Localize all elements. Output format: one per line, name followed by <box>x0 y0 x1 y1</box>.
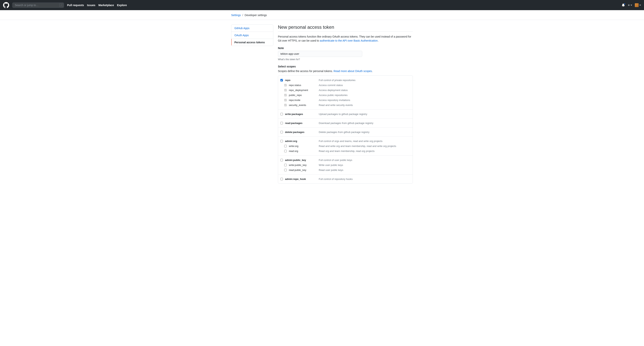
breadcrumb-sep: / <box>242 13 243 17</box>
scope-checkbox-admin_org[interactable] <box>280 140 283 142</box>
global-header: / Pull requests Issues Marketplace Explo… <box>0 0 644 10</box>
scope-checkbox-write_packages[interactable] <box>280 113 283 115</box>
scope-checkbox-public_repo <box>284 94 287 96</box>
scope-name: delete:packages <box>285 131 319 134</box>
scope-group-admin_public_key: admin:public_keyFull control of user pub… <box>278 156 413 175</box>
scope-name: read:packages <box>285 122 319 124</box>
scope-desc: Download packages from github package re… <box>319 122 410 124</box>
scope-desc: Access repository invitations <box>319 99 410 101</box>
scope-checkbox-read_packages[interactable] <box>280 122 283 124</box>
scope-checkbox-security_events <box>284 104 287 106</box>
scope-checkbox-repo-status <box>284 84 287 86</box>
scope-row: read:orgRead org and team membership, re… <box>280 148 410 153</box>
scope-name: security_events <box>289 104 319 106</box>
note-help-text: What's this token for? <box>278 58 413 61</box>
scope-row: security_eventsRead and write security e… <box>280 102 410 107</box>
scope-name: admin:org <box>285 140 319 143</box>
notifications-button[interactable] <box>622 4 625 7</box>
create-menu[interactable] <box>628 4 632 6</box>
intro-text: Personal access tokens function like ord… <box>278 35 413 43</box>
scope-desc: Full control of private repositories <box>319 79 410 82</box>
scope-row: repo_deploymentAccess deployment status <box>280 87 410 92</box>
primary-nav: Pull requests Issues Marketplace Explore <box>67 4 127 7</box>
scope-checkbox-repo_deployment <box>284 89 287 91</box>
scope-desc: Access commit status <box>319 84 410 87</box>
scope-checkbox-admin_public_key[interactable] <box>280 159 283 161</box>
note-input[interactable] <box>278 51 362 57</box>
slash-key-hint: / <box>60 3 63 7</box>
scope-row: read:packagesDownload packages from gith… <box>280 120 410 125</box>
breadcrumb-bar: Settings / Developer settings <box>0 10 644 20</box>
scope-desc: Delete packages from github package regi… <box>319 131 410 134</box>
main-column: New personal access token Personal acces… <box>278 24 413 184</box>
github-logo[interactable] <box>3 2 9 8</box>
header-right <box>622 3 641 7</box>
caret-down-icon <box>630 5 632 5</box>
sidebar-nav: GitHub Apps OAuth Apps Personal access t… <box>231 24 273 46</box>
scope-row: delete:packagesDelete packages from gith… <box>280 129 410 134</box>
scope-group-read_packages: read:packagesDownload packages from gith… <box>278 119 413 128</box>
scope-row: admin:orgFull control of orgs and teams,… <box>280 138 410 143</box>
scope-checkbox-delete_packages[interactable] <box>280 131 283 133</box>
scopes-intro-text: Scopes define the access for personal to… <box>278 69 334 73</box>
scope-desc: Read and write security events <box>319 104 410 106</box>
scope-desc: Write user public keys <box>319 164 410 166</box>
scope-desc: Upload packages to github package regist… <box>319 113 410 115</box>
scope-row: admin:public_keyFull control of user pub… <box>280 157 410 162</box>
scope-checkbox-write-org[interactable] <box>284 145 287 147</box>
scope-desc: Read org and team membership, read org p… <box>319 150 410 152</box>
scope-name: repo:invite <box>289 99 319 101</box>
scope-name: read:org <box>289 150 319 152</box>
scope-row: write:packagesUpload packages to github … <box>280 111 410 116</box>
scope-desc: Read user public keys <box>319 169 410 171</box>
scope-name: write:public_key <box>289 164 319 166</box>
scopes-list: repoFull control of private repositories… <box>278 75 413 184</box>
scopes-intro: Scopes define the access for personal to… <box>278 69 413 73</box>
scope-row: admin:repo_hookFull control of repositor… <box>280 176 410 181</box>
scope-group-admin_repo_hook: admin:repo_hookFull control of repositor… <box>278 175 413 183</box>
note-label: Note <box>278 46 413 50</box>
scope-group-repo: repoFull control of private repositories… <box>278 76 413 110</box>
scope-checkbox-admin_repo_hook[interactable] <box>280 178 283 180</box>
scope-desc: Full control of orgs and teams, read and… <box>319 140 410 143</box>
nav-explore[interactable]: Explore <box>117 4 127 7</box>
scope-checkbox-repo-invite <box>284 99 287 101</box>
scopes-intro-end: . <box>372 69 372 73</box>
scope-row: repoFull control of private repositories <box>280 78 410 83</box>
nav-marketplace[interactable]: Marketplace <box>98 4 114 7</box>
scope-desc: Full control of user public keys <box>319 159 410 161</box>
scope-name: write:packages <box>285 113 319 115</box>
sidebar-item-oauth-apps[interactable]: OAuth Apps <box>231 32 273 39</box>
scope-row: repo:inviteAccess repository invitations <box>280 97 410 102</box>
scope-row: write:orgRead and write org and team mem… <box>280 143 410 148</box>
scope-checkbox-repo[interactable] <box>280 79 283 81</box>
scope-checkbox-read-org[interactable] <box>284 150 287 152</box>
nav-pull-requests[interactable]: Pull requests <box>67 4 84 7</box>
page-wrap: GitHub Apps OAuth Apps Personal access t… <box>228 20 416 188</box>
scope-checkbox-read-public_key[interactable] <box>284 169 287 171</box>
sidebar-item-github-apps[interactable]: GitHub Apps <box>231 25 273 32</box>
scope-name: admin:public_key <box>285 159 319 161</box>
scope-desc: Full control of repository hooks <box>319 178 410 180</box>
nav-issues[interactable]: Issues <box>87 4 96 7</box>
scope-checkbox-write-public_key[interactable] <box>284 164 287 166</box>
scope-group-admin_org: admin:orgFull control of orgs and teams,… <box>278 137 413 156</box>
scope-desc: Read and write org and team membership, … <box>319 145 410 148</box>
scopes-intro-link[interactable]: Read more about OAuth scopes <box>334 69 372 73</box>
avatar <box>635 3 639 7</box>
scope-row: public_repoAccess public repositories <box>280 92 410 97</box>
breadcrumb: Settings / Developer settings <box>228 13 416 17</box>
intro-end: . <box>378 39 378 42</box>
scope-name: repo_deployment <box>289 89 319 92</box>
intro-link-auth-api[interactable]: authenticate to the API over Basic Authe… <box>320 39 378 42</box>
scope-name: write:org <box>289 145 319 148</box>
scope-name: public_repo <box>289 94 319 97</box>
user-menu[interactable] <box>635 3 641 7</box>
plus-icon <box>628 4 630 6</box>
notification-dot-icon <box>624 3 626 5</box>
sidebar-item-personal-access-tokens[interactable]: Personal access tokens <box>231 39 273 46</box>
search-input[interactable] <box>12 2 64 8</box>
scope-row: read:public_keyRead user public keys <box>280 167 410 172</box>
breadcrumb-settings[interactable]: Settings <box>231 13 241 17</box>
scope-group-write_packages: write:packagesUpload packages to github … <box>278 110 413 119</box>
